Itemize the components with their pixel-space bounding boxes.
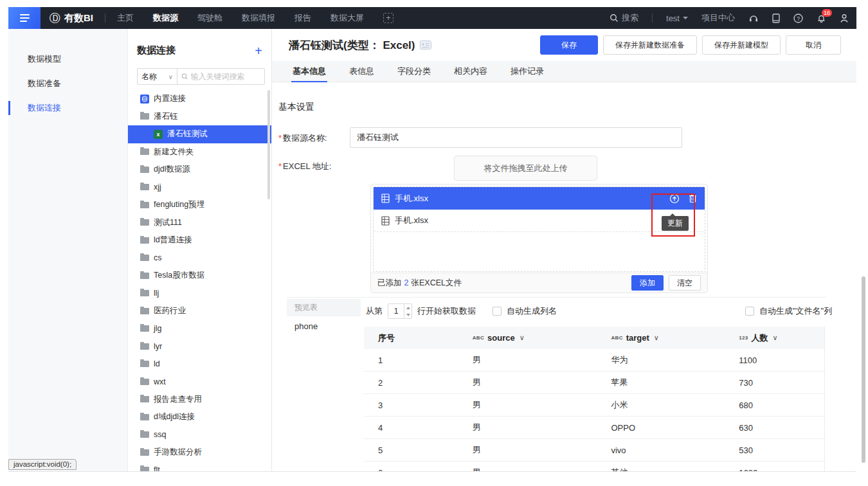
add-connection-icon[interactable]: + xyxy=(255,45,262,57)
support-button[interactable] xyxy=(748,14,759,23)
folder-icon xyxy=(140,396,149,402)
clear-files-button[interactable]: 清空 xyxy=(669,275,701,291)
tree-item-folder[interactable]: llj xyxy=(128,285,271,303)
tab-related-content[interactable]: 相关内容 xyxy=(442,61,499,82)
browser-scrollbar[interactable] xyxy=(862,276,865,463)
help-button[interactable]: ? xyxy=(793,14,803,23)
row-start-input[interactable] xyxy=(388,304,404,318)
user-dropdown[interactable]: test xyxy=(666,14,688,23)
auto-columns-label: 自动生成列名 xyxy=(507,305,557,317)
mobile-app-button[interactable] xyxy=(772,14,780,23)
section-divider xyxy=(287,297,827,298)
tree-item-folder[interactable]: 手游数据分析 xyxy=(128,444,271,462)
file-row[interactable]: 手机.xlsx xyxy=(374,210,705,232)
folder-icon xyxy=(140,343,149,350)
tab-operation-log[interactable]: 操作记录 xyxy=(499,61,556,82)
column-header-source[interactable]: ABCsource∨ xyxy=(458,333,597,343)
save-and-new-model-button[interactable]: 保存并新建模型 xyxy=(702,35,781,55)
menu-item-datafill[interactable]: 数据填报 xyxy=(242,12,275,24)
folder-icon xyxy=(140,325,149,332)
tree-item-folder[interactable]: Tesla股市数据 xyxy=(128,267,271,285)
tree-item-folder[interactable]: djdl数据源 xyxy=(128,161,271,179)
datasource-name-input[interactable] xyxy=(350,127,682,148)
search-button[interactable]: 搜索 xyxy=(610,12,638,24)
tab-table-info[interactable]: 表信息 xyxy=(338,61,386,82)
cancel-button[interactable]: 取消 xyxy=(786,35,841,55)
menu-toggle-button[interactable] xyxy=(8,7,41,29)
tree-scrollbar[interactable] xyxy=(267,90,270,199)
tree-item-folder[interactable]: ld xyxy=(128,356,271,374)
update-tooltip: 更新 xyxy=(662,216,689,231)
project-center-link[interactable]: 项目中心 xyxy=(701,12,735,24)
tree-item-folder[interactable]: wxt xyxy=(128,373,271,391)
column-header-target[interactable]: ABCtarget∨ xyxy=(597,333,725,343)
tree-item-folder[interactable]: fengluting预埋 xyxy=(128,196,271,214)
tree-item-folder[interactable]: flt xyxy=(128,462,271,472)
sheet-item-phone[interactable]: phone xyxy=(287,318,361,335)
account-button[interactable] xyxy=(840,14,849,23)
search-icon xyxy=(610,14,619,22)
table-row: 5 男 vivo 530 xyxy=(364,439,824,462)
chevron-down-icon: ∨ xyxy=(520,334,525,342)
menu-item-home[interactable]: 主页 xyxy=(117,12,134,24)
file-name: 手机.xlsx xyxy=(395,193,428,204)
column-header-index: 序号 xyxy=(364,332,458,344)
menu-item-report[interactable]: 报告 xyxy=(294,12,311,24)
tree-item-folder[interactable]: 医药行业 xyxy=(128,302,271,320)
sidebar-item-data-connection[interactable]: 数据连接 xyxy=(8,96,127,120)
tree-item-folder[interactable]: lyr xyxy=(128,338,271,356)
stepper-down-icon[interactable] xyxy=(404,311,411,318)
app-logo[interactable]: Ⓓ 有数BI xyxy=(50,11,93,26)
excel-address-label: *EXCEL 地址: xyxy=(278,161,331,172)
preview-controls: 从第 行开始获取数据 自动生成列名 xyxy=(366,302,557,320)
menu-item-cockpit[interactable]: 驾驶舱 xyxy=(197,12,222,24)
tree-search-input[interactable] xyxy=(191,72,260,81)
folder-icon xyxy=(140,467,149,471)
file-row-actions xyxy=(669,194,697,204)
row-start-stepper xyxy=(388,303,412,319)
sidebar-item-data-prep[interactable]: 数据准备 xyxy=(8,71,127,96)
tree-item-folder[interactable]: 潘石钰 xyxy=(128,108,271,126)
tree-item-folder[interactable]: 测试111 xyxy=(128,214,271,232)
tab-field-category[interactable]: 字段分类 xyxy=(386,61,442,82)
tree-item-folder[interactable]: 报告走查专用 xyxy=(128,391,271,409)
notifications-button[interactable]: 16 xyxy=(817,14,826,23)
stepper-up-icon[interactable] xyxy=(404,304,411,311)
save-and-new-prep-button[interactable]: 保存并新建数据准备 xyxy=(603,35,697,55)
tree-item-folder[interactable]: ld普通连接 xyxy=(128,231,271,249)
notification-badge: 16 xyxy=(822,9,832,17)
file-row-selected[interactable]: 手机.xlsx xyxy=(374,187,705,210)
sidebar-item-data-model[interactable]: 数据模型 xyxy=(8,47,127,71)
menu-item-datasource[interactable]: 数据源 xyxy=(153,12,178,24)
file-dropzone[interactable]: 将文件拖拽至此处上传 xyxy=(454,156,597,181)
add-module-icon[interactable]: + xyxy=(383,13,393,23)
auto-columns-checkbox[interactable] xyxy=(493,307,502,316)
tree-item-builtin[interactable]: 内置连接 xyxy=(128,90,271,108)
delete-file-icon[interactable] xyxy=(689,194,697,203)
auto-filename-control: 自动生成"文件名"列 xyxy=(745,302,832,320)
chevron-down-icon: ∨ xyxy=(168,73,173,80)
basic-info-body: 基本设置 *数据源名称: *EXCEL 地址: 将文件拖拽至此处上传 手机.xl… xyxy=(272,82,856,471)
save-button[interactable]: 保存 xyxy=(540,35,598,55)
tree-item-folder[interactable]: 新建文件夹 xyxy=(128,143,271,161)
tree-item-folder[interactable]: cs xyxy=(128,249,271,267)
left-sidebar: 数据模型 数据准备 数据连接 xyxy=(8,29,128,471)
chevron-down-icon: ∨ xyxy=(772,334,777,342)
tree-item-folder[interactable]: ssq xyxy=(128,426,271,444)
type-tag-number: 123 xyxy=(739,335,748,341)
tree-item-folder[interactable]: xjj xyxy=(128,179,271,197)
add-file-button[interactable]: 添加 xyxy=(631,275,664,291)
auto-filename-checkbox[interactable] xyxy=(745,307,754,316)
search-field-select[interactable]: 名称 ∨ xyxy=(138,69,177,84)
datasource-header: 潘石钰测试(类型： Excel) 保存 保存并新建数据准备 保存并新建模型 取消 xyxy=(272,29,856,61)
header-actions: 保存 保存并新建数据准备 保存并新建模型 取消 xyxy=(540,35,841,55)
column-header-count[interactable]: 123人数∨ xyxy=(725,332,824,344)
update-file-icon[interactable] xyxy=(669,194,680,204)
tree-item-selected-datasource[interactable]: x潘石钰测试 xyxy=(128,125,271,143)
tab-basic-info[interactable]: 基本信息 xyxy=(281,61,338,82)
menu-item-bigscreen[interactable]: 数据大屏 xyxy=(330,12,364,24)
headset-icon xyxy=(748,14,759,23)
folder-icon xyxy=(140,290,149,296)
tree-item-folder[interactable]: jlg xyxy=(128,320,271,338)
tree-item-folder[interactable]: d域djdl连接 xyxy=(128,408,271,426)
